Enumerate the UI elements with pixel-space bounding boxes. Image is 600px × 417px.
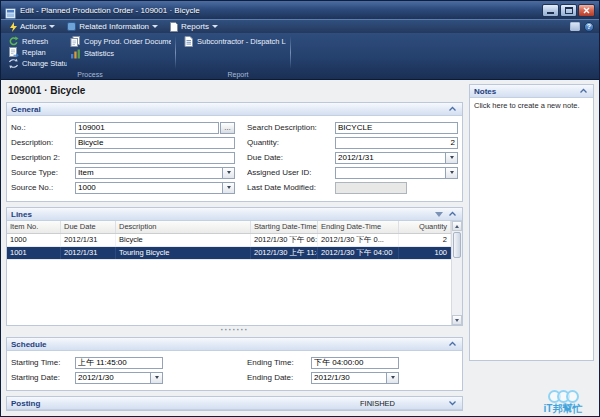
cell-ending-date-time: 2012/1/30 下午 0...	[318, 234, 399, 246]
column-header-due-date[interactable]: Due Date	[61, 221, 116, 233]
replan-icon	[8, 47, 19, 57]
filter-icon[interactable]	[435, 212, 443, 217]
collapse-icon[interactable]	[447, 104, 458, 115]
cell-item-no: 1001	[7, 247, 61, 259]
customize-icon[interactable]	[570, 22, 580, 31]
search-description-field[interactable]	[335, 122, 458, 134]
assist-edit-button[interactable]: …	[220, 122, 235, 134]
refresh-label: Refresh	[22, 37, 48, 46]
ending-time-field[interactable]	[311, 357, 399, 369]
starting-date-dropdown-button[interactable]	[151, 372, 163, 384]
assigned-user-field-row: Assigned User ID:	[247, 165, 458, 180]
chevron-down-icon	[227, 186, 231, 189]
source-no-dropdown-button[interactable]	[223, 182, 235, 194]
description2-field[interactable]	[75, 152, 235, 164]
due-date-field[interactable]	[335, 152, 446, 164]
ending-date-field[interactable]	[311, 372, 387, 384]
close-button[interactable]	[578, 4, 595, 17]
column-header-description[interactable]: Description	[116, 221, 251, 233]
watermark-text: iT邦幫忙	[530, 403, 596, 415]
table-row[interactable]: 1000 2012/1/31 Bicycle 2012/1/30 下午 06:4…	[7, 234, 451, 247]
chevron-down-icon	[49, 25, 55, 28]
scrollbar-track[interactable]	[452, 259, 462, 315]
splitter-grip-icon: ·······	[221, 328, 249, 333]
chevron-down-icon	[450, 156, 454, 159]
source-type-dropdown-button[interactable]	[223, 167, 235, 179]
column-header-item-no[interactable]: Item No.	[7, 221, 61, 233]
create-new-note-link[interactable]: Click here to create a new note.	[474, 101, 579, 110]
replan-label: Replan	[22, 48, 46, 57]
lines-section-header[interactable]: Lines	[7, 208, 462, 221]
scroll-up-button[interactable]	[452, 221, 462, 231]
cell-due-date: 2012/1/31	[61, 247, 116, 259]
source-no-label: Source No.:	[11, 183, 75, 192]
replan-button[interactable]: Replan	[5, 47, 67, 57]
schedule-section-body: Starting Time: Starting Date:	[7, 351, 462, 390]
expand-icon[interactable]	[447, 398, 458, 409]
cell-item-no: 1000	[7, 234, 61, 246]
quantity-field[interactable]	[335, 137, 458, 149]
posting-section-header[interactable]: Posting FINISHED	[7, 397, 462, 410]
column-header-quantity[interactable]: Quantity	[399, 221, 451, 233]
dispatch-list-icon	[183, 36, 194, 47]
cell-due-date: 2012/1/31	[61, 234, 116, 246]
scroll-down-button[interactable]	[452, 315, 462, 325]
cell-ending-date-time: 2012/1/30 下午 04:00	[318, 247, 399, 259]
ending-time-label: Ending Time:	[247, 358, 311, 367]
lines-section-title: Lines	[11, 210, 431, 219]
minimize-button[interactable]	[542, 4, 559, 17]
no-field[interactable]	[75, 122, 219, 134]
starting-date-field[interactable]	[75, 372, 151, 384]
ribbon-column-1: Refresh Replan Change Status	[5, 36, 67, 69]
general-section-header[interactable]: General	[7, 103, 462, 116]
statistics-button[interactable]: Statistics	[67, 48, 171, 59]
source-no-field[interactable]	[75, 182, 223, 194]
column-header-starting-date-time[interactable]: Starting Date-Time	[251, 221, 318, 233]
ending-time-field-row: Ending Time:	[247, 355, 458, 370]
menu-actions[interactable]: Actions	[4, 20, 61, 33]
table-row-selected[interactable]: 1001 2012/1/31 Touring Bicycle 2012/1/30…	[7, 247, 451, 260]
posting-section: Posting FINISHED	[6, 396, 463, 411]
starting-time-field[interactable]	[75, 357, 163, 369]
refresh-button[interactable]: Refresh	[5, 36, 67, 46]
menu-reports[interactable]: Reports	[164, 20, 224, 33]
assigned-user-dropdown-button[interactable]	[446, 167, 458, 179]
scrollbar-thumb[interactable]	[453, 232, 461, 258]
splitter-handle[interactable]: ·······	[6, 327, 463, 334]
source-type-field[interactable]	[75, 167, 223, 179]
column-header-ending-date-time[interactable]: Ending Date-Time	[318, 221, 399, 233]
maximize-button[interactable]	[560, 4, 577, 17]
cell-starting-date-time: 2012/1/30 下午 06:45	[251, 234, 318, 246]
assigned-user-field[interactable]	[335, 167, 446, 179]
lines-grid-header-row: Item No. Due Date Description Starting D…	[7, 221, 451, 234]
menu-related-information[interactable]: Related Information	[61, 20, 164, 33]
general-section-body: No.: … Description: Description 2:	[7, 116, 462, 201]
help-icon[interactable]: ?	[584, 22, 594, 32]
last-date-modified-field	[335, 182, 407, 194]
chevron-down-icon	[152, 25, 158, 28]
subcontractor-dispatch-list-button[interactable]: Subcontractor - Dispatch List	[180, 36, 286, 47]
schedule-section-header[interactable]: Schedule	[7, 338, 462, 351]
due-date-dropdown-button[interactable]	[446, 152, 458, 164]
vertical-scrollbar[interactable]	[451, 221, 462, 325]
copy-prod-order-document-button[interactable]: Copy Prod. Order Document	[67, 36, 171, 47]
change-status-button[interactable]: Change Status	[5, 59, 67, 69]
schedule-section: Schedule Starting Time: Starting Date:	[6, 337, 463, 391]
ending-date-dropdown-button[interactable]	[387, 372, 399, 384]
statistics-label: Statistics	[84, 49, 114, 58]
cell-quantity: 100	[399, 247, 451, 259]
general-left-column: No.: … Description: Description 2:	[11, 120, 235, 195]
window-title: Edit - Planned Production Order - 109001…	[20, 6, 542, 15]
refresh-icon	[8, 36, 19, 46]
chevron-down-icon	[391, 376, 395, 379]
description-field[interactable]	[75, 137, 235, 149]
last-date-modified-field-row: Last Date Modified:	[247, 180, 458, 195]
notes-panel-header[interactable]: Notes	[470, 85, 593, 98]
collapse-icon[interactable]	[447, 339, 458, 350]
scroll-up-icon	[455, 225, 459, 228]
collapse-icon[interactable]	[447, 209, 458, 220]
schedule-right-column: Ending Time: Ending Date:	[247, 355, 458, 385]
collapse-icon[interactable]	[578, 86, 589, 97]
starting-time-label: Starting Time:	[11, 358, 75, 367]
copy-prod-order-document-label: Copy Prod. Order Document	[84, 37, 171, 46]
